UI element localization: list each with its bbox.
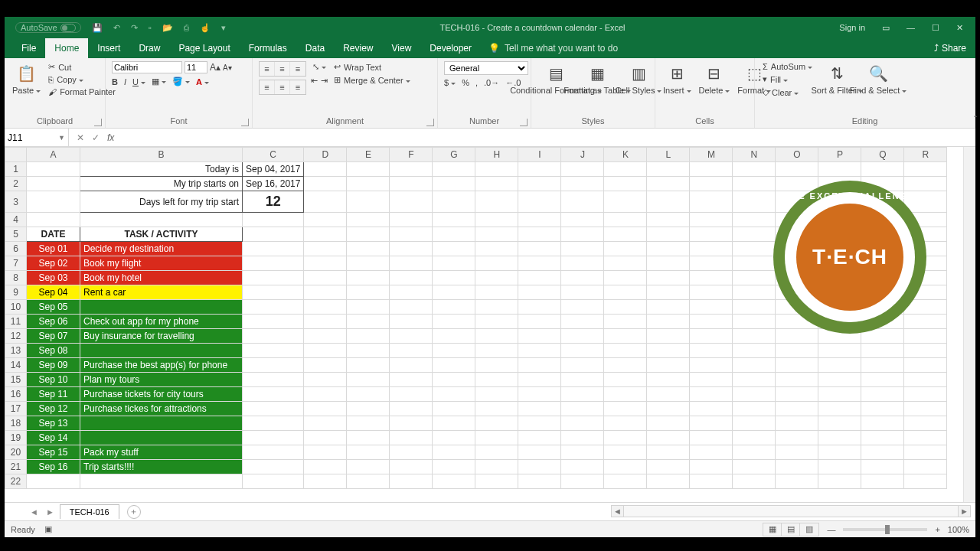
redo-icon[interactable]: ↷ (131, 23, 138, 33)
cell-L21[interactable] (647, 460, 690, 474)
cell-M12[interactable] (690, 329, 733, 344)
cell-I10[interactable] (518, 300, 561, 315)
border-button[interactable]: ▦ (152, 77, 166, 86)
cell-I18[interactable] (518, 416, 561, 431)
cell-C16[interactable] (243, 387, 304, 402)
cell-D2[interactable] (304, 177, 347, 191)
tab-formulas[interactable]: Formulas (240, 38, 296, 58)
col-header-O[interactable]: O (776, 148, 818, 162)
cell-C17[interactable] (243, 402, 304, 416)
cell-L5[interactable] (647, 227, 690, 242)
close-icon[interactable]: ✕ (956, 23, 963, 33)
cell-C11[interactable] (243, 315, 304, 329)
sheet-tab[interactable]: TECH-016 (60, 504, 119, 519)
cell-F16[interactable] (390, 387, 433, 402)
row-header-9[interactable]: 9 (5, 285, 27, 300)
cell-H20[interactable] (475, 445, 518, 460)
cell-D10[interactable] (304, 300, 347, 315)
tell-me[interactable]: 💡Tell me what you want to do (488, 43, 618, 58)
cell-P19[interactable] (818, 431, 861, 445)
col-header-N[interactable]: N (733, 148, 776, 162)
cell-I13[interactable] (518, 344, 561, 358)
cell-R14[interactable] (904, 358, 947, 373)
delete-cells-button[interactable]: ⊟Delete (697, 61, 732, 96)
row-header-17[interactable]: 17 (5, 402, 27, 416)
cell-J15[interactable] (561, 373, 604, 387)
cell-B4[interactable] (80, 213, 243, 227)
col-header-I[interactable]: I (518, 148, 561, 162)
cell-N21[interactable] (733, 460, 776, 474)
cell-E14[interactable] (347, 358, 390, 373)
cell-G6[interactable] (433, 242, 475, 256)
cell-L22[interactable] (647, 474, 690, 489)
normal-view-icon[interactable]: ▦ (763, 523, 782, 536)
cell-L13[interactable] (647, 344, 690, 358)
tab-view[interactable]: View (383, 38, 421, 58)
row-header-2[interactable]: 2 (5, 177, 27, 191)
cell-J10[interactable] (561, 300, 604, 315)
cell-H18[interactable] (475, 416, 518, 431)
cell-Q14[interactable] (861, 358, 904, 373)
cell-H3[interactable] (475, 191, 518, 213)
cell-N9[interactable] (733, 285, 776, 300)
cell-M14[interactable] (690, 358, 733, 373)
cell-F7[interactable] (390, 256, 433, 271)
cell-M22[interactable] (690, 474, 733, 489)
cell-E3[interactable] (347, 191, 390, 213)
cell-F17[interactable] (390, 402, 433, 416)
cell-F1[interactable] (390, 162, 433, 177)
cell-P17[interactable] (818, 402, 861, 416)
tab-data[interactable]: Data (296, 38, 334, 58)
cell-N2[interactable] (733, 177, 776, 191)
cell-P13[interactable] (818, 344, 861, 358)
cell-G18[interactable] (433, 416, 475, 431)
row-header-20[interactable]: 20 (5, 445, 27, 460)
cell-E20[interactable] (347, 445, 390, 460)
cell-R15[interactable] (904, 373, 947, 387)
tab-insert[interactable]: Insert (88, 38, 129, 58)
row-header-21[interactable]: 21 (5, 460, 27, 474)
cell-J4[interactable] (561, 213, 604, 227)
cell-A2[interactable] (27, 177, 80, 191)
cell-H5[interactable] (475, 227, 518, 242)
cell-L20[interactable] (647, 445, 690, 460)
row-header-8[interactable]: 8 (5, 271, 27, 285)
cell-N12[interactable] (733, 329, 776, 344)
cell-J22[interactable] (561, 474, 604, 489)
cell-M11[interactable] (690, 315, 733, 329)
cell-L2[interactable] (647, 177, 690, 191)
cell-D13[interactable] (304, 344, 347, 358)
sheet-nav-next-icon[interactable]: ► (44, 507, 57, 517)
cell-N19[interactable] (733, 431, 776, 445)
cell-I2[interactable] (518, 177, 561, 191)
cell-E4[interactable] (347, 213, 390, 227)
cell-L17[interactable] (647, 402, 690, 416)
cell-E21[interactable] (347, 460, 390, 474)
cell-E6[interactable] (347, 242, 390, 256)
cell-H6[interactable] (475, 242, 518, 256)
cell-J20[interactable] (561, 445, 604, 460)
cell-I8[interactable] (518, 271, 561, 285)
cell-D1[interactable] (304, 162, 347, 177)
cell-H12[interactable] (475, 329, 518, 344)
row-header-10[interactable]: 10 (5, 300, 27, 315)
cell-I15[interactable] (518, 373, 561, 387)
tab-home[interactable]: Home (45, 38, 88, 58)
cell-C18[interactable] (243, 416, 304, 431)
cell-I17[interactable] (518, 402, 561, 416)
cell-J13[interactable] (561, 344, 604, 358)
dialog-launcher-icon[interactable] (520, 119, 528, 126)
col-header-R[interactable]: R (904, 148, 947, 162)
cell-F18[interactable] (390, 416, 433, 431)
cell-P1[interactable] (818, 162, 861, 177)
cell-A22[interactable] (27, 474, 80, 489)
cell-J21[interactable] (561, 460, 604, 474)
cancel-formula-icon[interactable]: ✕ (77, 132, 84, 143)
cell-Q1[interactable] (861, 162, 904, 177)
cell-F14[interactable] (390, 358, 433, 373)
cell-I19[interactable] (518, 431, 561, 445)
cell-M6[interactable] (690, 242, 733, 256)
cell-C15[interactable] (243, 373, 304, 387)
cell-K18[interactable] (604, 416, 647, 431)
cell-F8[interactable] (390, 271, 433, 285)
